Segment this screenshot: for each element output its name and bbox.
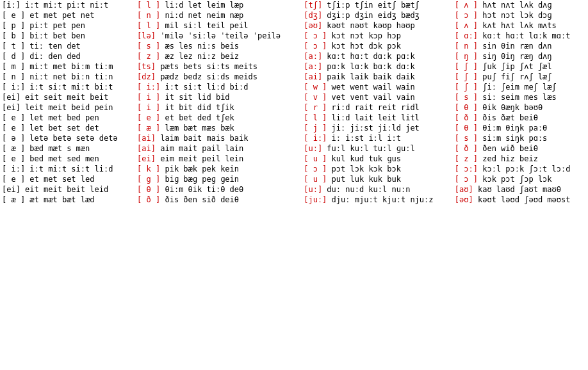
table-row: [ d ] diː den ded[ z ] æz lez niːz beiz[… (0, 51, 588, 61)
table-cell: [ j ] jiː jiːst jiːld jet (302, 123, 453, 133)
table-cell: [ b ] biːt bet ben (0, 31, 135, 41)
table-cell: [ z ] æz lez niːz beiz (135, 51, 302, 61)
table-row: [ei] leit meit beid pein[ i ] it bit did… (0, 102, 588, 113)
table-cell: [ts] pæts bets siːts meits (135, 61, 302, 72)
table-cell: [ l ] liːd lait leit litl (302, 113, 453, 123)
table-cell: [aː] kɑːt hɑːt dɑːk pɑːk (302, 51, 453, 61)
table-cell: [aʊ] kaʊ laʊd ʃaʊt maʊθ (453, 184, 588, 195)
table-cell: [ θ ] θiːm θik tiːθ deθ (135, 184, 302, 195)
table-cell: [ iː] iːt miːt siːt liːd (0, 164, 135, 174)
table-cell: [ t ] tiː ten det (0, 41, 135, 51)
table-cell: [ei] leit meit beid pein (0, 102, 135, 113)
table-cell: [ei] eim meit peil lein (135, 154, 302, 164)
table-cell: [ n ] niːd net neim næp (135, 10, 302, 20)
table-row: [ iː] iːt siːt miːt biːt[ iː] iːt siːt l… (0, 82, 588, 92)
table-cell: [ n ] niːt net biːn tiːn (0, 72, 135, 82)
table-cell: [ u ] kul kud tuk ɡus (302, 154, 453, 164)
table-cell: [ θ ] θik θæŋk bəʊθ (453, 102, 588, 113)
table-cell: [ i ] it sit lid bid (135, 92, 302, 102)
table-cell: [ l ] liːd let leim læp (135, 0, 302, 10)
table-row: [ iː] iːt miːt siːt liːd[ k ] pik bæk pe… (0, 164, 588, 174)
table-cell: [ ɔ ] pɔt lɔk kɔk bɔk (302, 164, 453, 174)
table-cell: [ e ] et bet ded tʃek (135, 113, 302, 123)
table-cell: [ ð ] ðis ðen sið deiθ (135, 195, 302, 205)
table-cell: [ai] aim mait pail lain (135, 143, 302, 154)
table-cell: [ ɔ ] kɔk pɔt ʃɔp lɔk (453, 174, 588, 184)
table-cell: [ e ] let met bed pen (0, 113, 135, 123)
table-row: [ e ] let bet set det[ æ ] læm bæt mæs b… (0, 123, 588, 133)
table-cell: [ ɔː] kɔːl pɔːk ʃɔːt lɔːd (453, 164, 588, 174)
table-cell: [ e ] et met pet net (0, 10, 135, 20)
table-cell: [ai] laim bait mais baik (135, 133, 302, 143)
table-cell: [ s ] æs les niːs beis (135, 41, 302, 51)
table-cell: [ ʌ ] kʌt hʌt lʌk mʌts (453, 20, 588, 31)
table-cell: [ e ] bed met sed men (0, 154, 135, 164)
table-cell: [ k ] pik bæk pek kein (135, 164, 302, 174)
table-cell: [ p ] piːt pet pen (0, 20, 135, 31)
table-row: [ b ] biːt bet ben[lə] ˈmilə ˈsiːlə ˈtei… (0, 31, 588, 41)
table-cell: [ ð ] ðis ðæt beiθ (453, 113, 588, 123)
table-cell: [ r ] riːd rait reit ridl (302, 102, 453, 113)
table-cell: [tʃ] tʃiːp tʃin eitʃ bætʃ (302, 0, 453, 10)
table-cell: [lə] ˈmilə ˈsiːlə ˈteilə ˈpeilə (135, 31, 302, 41)
table-row: [ ə ] letə betə setə detə[ai] laim bait … (0, 133, 588, 143)
table-cell: [ ʃ ] ʃuk ʃip ʃʌt ʃæl (453, 61, 588, 72)
table-cell: [ iː] iːt siːt miːt biːt (0, 82, 135, 92)
table-row: [ n ] niːt net biːn tiːn[dz] pædz bedz s… (0, 72, 588, 82)
table-cell: [ ʃ ] ʃiː ʃeim meʃ læʃ (453, 82, 588, 92)
table-cell: [ θ ] θiːm θiŋk paːθ (453, 123, 588, 133)
table-cell: [dʒ] dʒiːp dʒin eidʒ bædʒ (302, 10, 453, 20)
table-cell: [əʊ] kəʊt ləʊd ʃəʊd məʊst (453, 195, 588, 205)
table-cell: [ ɔ ] kɔt nɔt kɔp hɔp (302, 31, 453, 41)
table-cell: [uː] duː nuːd kuːl nuːn (302, 184, 453, 195)
table-row: [ t ] tiː ten det[ s ] æs les niːs beis[… (0, 41, 588, 51)
table-cell: [ z ] zed hiz beiz (453, 154, 588, 164)
table-cell: [ i ] it bit did tʃik (135, 102, 302, 113)
table-row: [ e ] et met pet net[ n ] niːd net neim … (0, 10, 588, 20)
table-cell: [ ŋ ] siŋ θiŋ ræŋ dʌŋ (453, 51, 588, 61)
phonetics-table: [iː] iːt miːt piːt niːt[ l ] liːd let le… (0, 0, 588, 205)
table-cell: [ u ] put luk kuk buk (302, 174, 453, 184)
table-row: [ æ ] æt mæt bæt læd[ ð ] ðis ðen sið de… (0, 195, 588, 205)
table-cell: [əʊ] kəʊt nəʊt kəʊp həʊp (302, 20, 453, 31)
table-cell: [ e ] et met set led (0, 174, 135, 184)
table-cell: [ m ] miːt met biːm tiːm (0, 61, 135, 72)
table-cell: [ v ] vet vent vail vain (302, 92, 453, 102)
table-row: [ei] eit seit meit beit[ i ] it sit lid … (0, 92, 588, 102)
table-cell: [ l ] mil siːl teil peil (135, 20, 302, 31)
table-cell: [ s ] siː seim mes læs (453, 92, 588, 102)
table-row: [ e ] let met bed pen[ e ] et bet ded tʃ… (0, 113, 588, 123)
table-cell: [ ɔ ] hɔt nɔt lɔk dɔɡ (453, 10, 588, 20)
table-row: [ æ ] bæd mæt s mæn[ai] aim mait pail la… (0, 143, 588, 154)
table-row: [ e ] et met set led[ g ] biɡ bæɡ peɡ ɡe… (0, 174, 588, 184)
table-cell: [ ð ] ðen wið beiθ (453, 143, 588, 154)
table-cell: [ æ ] æt mæt bæt læd (0, 195, 135, 205)
table-cell: [ æ ] læm bæt mæs bæk (135, 123, 302, 133)
table-row: [ e ] bed met sed men[ei] eim meit peil … (0, 154, 588, 164)
table-cell: [ ɔ ] kɔt hɔt dɔk pɔk (302, 41, 453, 51)
table-cell: [ ɑː] kɑːt hɑːt lɑːk mɑːt (453, 31, 588, 41)
table-row: [ p ] piːt pet pen[ l ] mil siːl teil pe… (0, 20, 588, 31)
table-cell: [ s ] siːm siŋk pɑːs (453, 133, 588, 143)
table-cell: [juː] djuː mjuːt kjuːt njuːz (302, 195, 453, 205)
table-cell: [iː] iːt miːt piːt niːt (0, 0, 135, 10)
table-cell: [dz] pædz bedz siːds meids (135, 72, 302, 82)
table-row: [ m ] miːt met biːm tiːm[ts] pæts bets s… (0, 61, 588, 72)
table-cell: [ ʃ ] puʃ fiʃ rʌʃ læʃ (453, 72, 588, 82)
table-cell: [ d ] diː den ded (0, 51, 135, 61)
table-cell: [aː] pɑːk lɑːk bɑːk dɑːk (302, 61, 453, 72)
table-cell: [ iː] iː iːst iːl iːt (302, 133, 453, 143)
table-row: [iː] iːt miːt piːt niːt[ l ] liːd let le… (0, 0, 588, 10)
table-cell: [ iː] iːt siːt liːd biːd (135, 82, 302, 92)
table-cell: [ n ] sin θin ræn dʌn (453, 41, 588, 51)
table-cell: [ ə ] letə betə setə detə (0, 133, 135, 143)
table-cell: [ ʌ ] hʌt nʌt lʌk dʌɡ (453, 0, 588, 10)
table-cell: [ æ ] bæd mæt s mæn (0, 143, 135, 154)
table-cell: [ e ] let bet set det (0, 123, 135, 133)
table-cell: [ai] paik laik baik daik (302, 72, 453, 82)
table-row: [ei] eit meit beit leid[ θ ] θiːm θik ti… (0, 184, 588, 195)
table-cell: [ g ] biɡ bæɡ peɡ ɡein (135, 174, 302, 184)
table-cell: [ei] eit meit beit leid (0, 184, 135, 195)
table-cell: [ w ] wet went wail wain (302, 82, 453, 92)
table-cell: [uː] fuːl kuːl tuːl ɡuːl (302, 143, 453, 154)
